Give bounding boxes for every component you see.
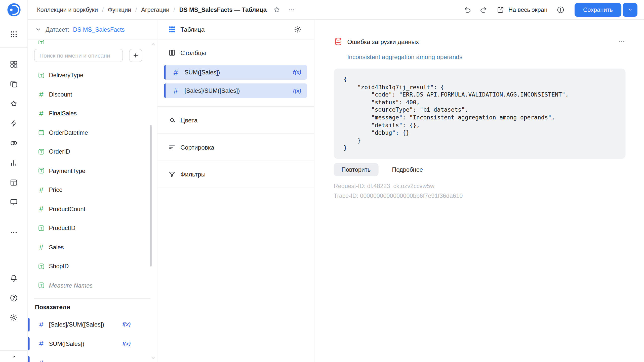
breadcrumb-item[interactable]: Функции — [108, 6, 131, 13]
formula-icon: f(x) — [122, 322, 131, 328]
columns-icon — [168, 49, 176, 57]
field-name: ShopID — [49, 263, 69, 269]
measures-section-title: Показатели — [35, 303, 157, 311]
dataset-field[interactable]: #FinalSales — [28, 104, 157, 123]
retry-button[interactable]: Повторить — [334, 163, 379, 176]
section-columns-header: Столбцы — [157, 43, 314, 62]
table-grid-icon[interactable] — [6, 174, 22, 191]
dataset-panel: Датасет: DS MS_SalesFacts DeliveryType#D… — [28, 20, 157, 362]
number-field-icon: # — [38, 186, 45, 193]
dataset-field[interactable]: OrderID — [28, 142, 157, 161]
scrollbar[interactable] — [150, 125, 152, 267]
dataset-field[interactable]: OrderDatetime — [28, 123, 157, 142]
field-name: DeliveryType — [49, 72, 83, 78]
section-filters[interactable]: Фильтры — [157, 161, 314, 188]
text-field-icon — [38, 40, 45, 44]
dataset-field[interactable]: Measure Names — [28, 276, 157, 295]
dataset-field[interactable]: #Sales — [28, 238, 157, 257]
field-search-row — [34, 49, 142, 62]
chart-settings-panel: Таблица Столбцы #SUM([Sales])f(x)#[Sales… — [157, 20, 314, 362]
scroll-up-icon[interactable] — [150, 41, 156, 47]
dataset-field[interactable]: #ProductCount — [28, 199, 157, 218]
breadcrumb-item[interactable]: Коллекции и воркбуки — [37, 6, 98, 13]
breadcrumb-more-icon[interactable] — [288, 6, 295, 13]
bar-chart-icon[interactable] — [6, 154, 22, 171]
dataset-field[interactable]: ShopID — [28, 257, 157, 276]
expand-icon — [497, 6, 505, 14]
scroll-down-icon[interactable] — [150, 355, 156, 360]
error-more-icon[interactable] — [618, 38, 625, 45]
field-name: SUM([Sales]) — [49, 340, 84, 347]
dataset-field[interactable]: PaymentType — [28, 161, 157, 180]
measure-list: #[Sales]/SUM([Sales])f(x)#SUM([Sales])f(… — [28, 315, 157, 353]
apps-grid-icon[interactable] — [6, 26, 22, 42]
request-id: Request-ID: dl.48223_ck.ozv2ccvw5w — [334, 181, 626, 191]
columns-pills: #SUM([Sales])f(x)#[Sales]/SUM([Sales])f(… — [164, 65, 307, 98]
placed-field-pill[interactable]: #SUM([Sales])f(x) — [164, 65, 307, 80]
dataset-field[interactable]: ProductID — [28, 218, 157, 238]
dataset-field[interactable]: #Price — [28, 180, 157, 199]
placed-field-pill[interactable]: #[Sales]/SUM([Sales])f(x) — [164, 83, 307, 98]
redo-icon[interactable] — [479, 6, 488, 14]
search-input[interactable] — [34, 49, 123, 62]
collections-icon[interactable] — [6, 76, 22, 92]
formula-icon: f(x) — [122, 341, 131, 347]
undo-icon[interactable] — [464, 6, 472, 14]
section-sorting[interactable]: Сортировка — [157, 134, 314, 161]
measure-field[interactable]: #SUM([Sales])f(x) — [28, 334, 157, 353]
section-colors[interactable]: Цвета — [157, 107, 314, 134]
squares-icon[interactable] — [6, 56, 22, 72]
field-name: ProductCount — [49, 206, 85, 212]
field-name: OrderDatetime — [49, 129, 88, 136]
dataset-name-link[interactable]: DS MS_SalesFacts — [73, 26, 125, 33]
gear-icon[interactable] — [6, 309, 22, 326]
dataset-field[interactable]: #Discount — [28, 85, 157, 104]
collapse-sidebar-button[interactable] — [0, 350, 27, 362]
save-menu-button[interactable] — [623, 3, 637, 17]
details-button[interactable]: Подробнее — [384, 163, 431, 176]
monitor-icon[interactable] — [6, 194, 22, 210]
breadcrumb-item: DS MS_SalesFacts — Таблица — [179, 6, 267, 13]
divider — [34, 298, 150, 299]
dataset-field[interactable]: DeliveryType — [28, 66, 157, 85]
fullscreen-button[interactable]: На весь экран — [497, 6, 547, 14]
info-icon[interactable] — [556, 6, 565, 14]
field-name: SUM([Sales]) — [185, 69, 220, 75]
clipped-field-row — [38, 40, 45, 44]
field-name: [Sales]/SUM([Sales]) — [49, 321, 104, 328]
text-field-icon — [38, 72, 45, 79]
bell-icon[interactable] — [6, 270, 22, 286]
breadcrumb-separator: / — [135, 6, 137, 13]
datalens-logo — [7, 3, 21, 17]
help-icon[interactable] — [6, 290, 22, 306]
error-header: Ошибка загрузки данных — [334, 37, 626, 46]
text-field-icon — [38, 167, 45, 174]
ellipsis-icon[interactable] — [6, 224, 22, 241]
star-icon[interactable] — [6, 95, 22, 112]
text-field-icon — [38, 224, 45, 232]
favorite-star-icon[interactable] — [273, 6, 280, 14]
clipped-field-row: # — [28, 353, 157, 362]
venn-icon[interactable] — [6, 135, 22, 151]
breadcrumb-item[interactable]: Агрегации — [141, 6, 169, 13]
chart-type-label: Таблица — [180, 26, 205, 33]
save-button[interactable]: Сохранить — [575, 3, 621, 17]
measure-field[interactable]: #[Sales]/SUM([Sales])f(x) — [28, 315, 157, 334]
section-label: Столбцы — [180, 49, 206, 56]
triangle-right-icon — [10, 352, 18, 361]
dataset-fields-area: DeliveryType#Discount#FinalSalesOrderDat… — [28, 39, 157, 362]
add-field-button[interactable] — [129, 49, 142, 62]
field-name: Sales — [49, 244, 64, 250]
chevron-down-icon[interactable] — [35, 26, 42, 33]
section-label: Сортировка — [180, 144, 214, 151]
funnel-icon — [168, 170, 176, 178]
lightning-icon[interactable] — [6, 115, 22, 131]
gear-icon[interactable] — [294, 25, 302, 33]
error-details-link[interactable]: Inconsistent aggregation among operands — [347, 53, 462, 60]
number-field-icon: # — [38, 91, 45, 98]
breadcrumb-separator: / — [173, 6, 175, 13]
number-field-icon: # — [38, 110, 45, 117]
error-json: { "zoid43hx1q7ij_result": { "code": "ERR… — [344, 76, 616, 152]
section-label: Фильтры — [180, 171, 206, 178]
dataset-header: Датасет: DS MS_SalesFacts — [28, 20, 157, 39]
